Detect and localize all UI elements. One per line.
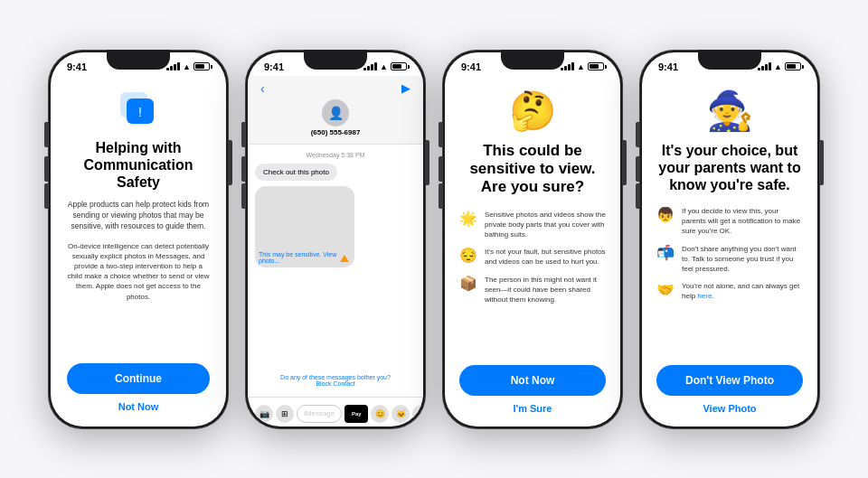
- wifi-icon-4: ▲: [774, 62, 782, 71]
- bother-text: Do any of these messages bother you? Blo…: [255, 374, 416, 387]
- info-text-3: The person in this might not want it see…: [485, 275, 606, 305]
- apps-button[interactable]: ⊞: [276, 405, 294, 423]
- time-4: 9:41: [658, 61, 678, 72]
- message-input[interactable]: iMessage: [297, 405, 342, 423]
- signal-icon-2: [363, 62, 377, 70]
- memoji-button[interactable]: 🐱: [392, 405, 410, 423]
- signal-icon-1: [166, 62, 180, 70]
- phones-container: 9:41 ▲: [30, 32, 838, 447]
- messages-input-area: 📷 ⊞ iMessage Pay 😊 🐱 🎵: [248, 397, 423, 426]
- apple-pay-button[interactable]: Pay: [344, 405, 368, 423]
- wifi-icon-3: ▲: [577, 62, 585, 71]
- messages-nav: ‹ ▶: [260, 81, 410, 96]
- battery-icon-3: [588, 62, 604, 70]
- messages-body: Wednesday 5:38 PM Check out this photo T…: [248, 145, 423, 397]
- time-1: 9:41: [67, 61, 87, 72]
- phone4-info-emoji-3: 🤝: [656, 281, 675, 298]
- phone4-view-button[interactable]: View Photo: [703, 403, 756, 414]
- phone1-body2: On-device intelligence can detect potent…: [67, 241, 210, 302]
- svg-text:!: !: [138, 105, 142, 119]
- camera-button[interactable]: 📷: [255, 405, 273, 423]
- signal-icon-4: [758, 62, 771, 70]
- phone4-info-emoji-1: 👦: [656, 206, 675, 223]
- phone4-title: It's your choice, but your parents want …: [656, 142, 803, 194]
- block-contact-link[interactable]: Block Contact: [316, 380, 354, 387]
- info-item-3: 📦 The person in this might not want it s…: [459, 275, 606, 305]
- info-emoji-1: 🌟: [459, 210, 477, 227]
- date-label: Wednesday 5:38 PM: [255, 152, 416, 158]
- messages-header: ‹ ▶ 👤 (650) 555-6987: [248, 76, 423, 145]
- info-text-2: It's not your fault, but sensitive photo…: [485, 247, 606, 267]
- status-icons-3: ▲: [561, 62, 604, 71]
- phone3-notnow-button[interactable]: Not Now: [459, 365, 606, 396]
- phone4-content: 🧙 It's your choice, but your parents wan…: [642, 76, 817, 426]
- contact-name: (650) 555-6987: [311, 128, 361, 136]
- input-row: 📷 ⊞ iMessage Pay 😊 🐱 🎵: [255, 405, 416, 423]
- phone-2: 9:41 ▲ ‹ ▶: [245, 50, 426, 429]
- phone4-info-item-1: 👦 If you decide to view this, your paren…: [656, 206, 803, 237]
- phone1-content: ! Helping with Communication Safety Appl…: [51, 76, 226, 426]
- video-call-icon[interactable]: ▶: [401, 81, 410, 95]
- contact-avatar: 👤: [322, 99, 349, 127]
- phone4-info-text-3: You're not alone, and can always get hel…: [682, 281, 803, 301]
- status-icons-1: ▲: [166, 62, 210, 71]
- phone-4: 9:41 ▲ 🧙 It's your choice, but y: [639, 50, 820, 429]
- phone1-continue-button[interactable]: Continue: [67, 363, 210, 394]
- time-2: 9:41: [264, 61, 284, 72]
- wizard-emoji: 🧙: [706, 89, 753, 133]
- info-item-2: 😔 It's not your fault, but sensitive pho…: [459, 247, 606, 267]
- info-emoji-2: 😔: [459, 247, 477, 264]
- wifi-icon-2: ▲: [380, 62, 388, 71]
- thinking-emoji: 🤔: [509, 89, 556, 133]
- phone1-body1: Apple products can help protect kids fro…: [67, 200, 210, 232]
- battery-icon-4: [785, 62, 801, 70]
- warning-indicator: [340, 255, 349, 262]
- phone1-title: Helping with Communication Safety: [67, 139, 210, 192]
- info-emoji-3: 📦: [459, 275, 477, 292]
- status-icons-4: ▲: [758, 62, 801, 71]
- emoji-button[interactable]: 😊: [371, 405, 389, 423]
- phone4-info-text-1: If you decide to view this, your parents…: [682, 206, 803, 237]
- message-bubble: Check out this photo: [255, 164, 337, 181]
- back-button[interactable]: ‹: [260, 81, 265, 96]
- battery-icon-1: [193, 62, 210, 70]
- sensitive-label[interactable]: This may be sensitive. View photo...: [259, 251, 351, 264]
- battery-icon-2: [391, 62, 407, 70]
- time-3: 9:41: [461, 61, 481, 72]
- phone-3: 9:41 ▲ 🤔 This could be sensitive: [442, 50, 623, 429]
- phone3-imsure-button[interactable]: I'm Sure: [514, 403, 552, 414]
- phone3-content: 🤔 This could be sensitive to view. Are y…: [445, 76, 620, 426]
- input-placeholder: iMessage: [304, 409, 335, 417]
- phone4-info-item-3: 🤝 You're not alone, and can always get h…: [656, 281, 803, 301]
- phone4-dontview-button[interactable]: Don't View Photo: [656, 365, 803, 396]
- phone4-info-emoji-2: 📬: [656, 244, 675, 261]
- phone1-notnow-button[interactable]: Not Now: [118, 401, 159, 412]
- info-item-1: 🌟 Sensitive photos and videos show the p…: [459, 210, 606, 240]
- info-text-1: Sensitive photos and videos show the pri…: [485, 210, 606, 240]
- status-icons-2: ▲: [363, 62, 407, 71]
- wifi-icon-1: ▲: [183, 62, 191, 71]
- help-link[interactable]: here: [697, 292, 712, 300]
- communication-safety-icon: !: [116, 85, 161, 130]
- phone4-info-item-2: 📬 Don't share anything you don't want to…: [656, 244, 803, 275]
- phone4-info-text-2: Don't share anything you don't want to. …: [682, 244, 803, 275]
- music-button[interactable]: 🎵: [412, 405, 423, 423]
- phone3-title: This could be sensitive to view. Are you…: [459, 142, 606, 197]
- sensitive-image: This may be sensitive. View photo...: [255, 186, 354, 267]
- phone-1: 9:41 ▲: [48, 50, 229, 429]
- signal-icon-3: [561, 62, 574, 70]
